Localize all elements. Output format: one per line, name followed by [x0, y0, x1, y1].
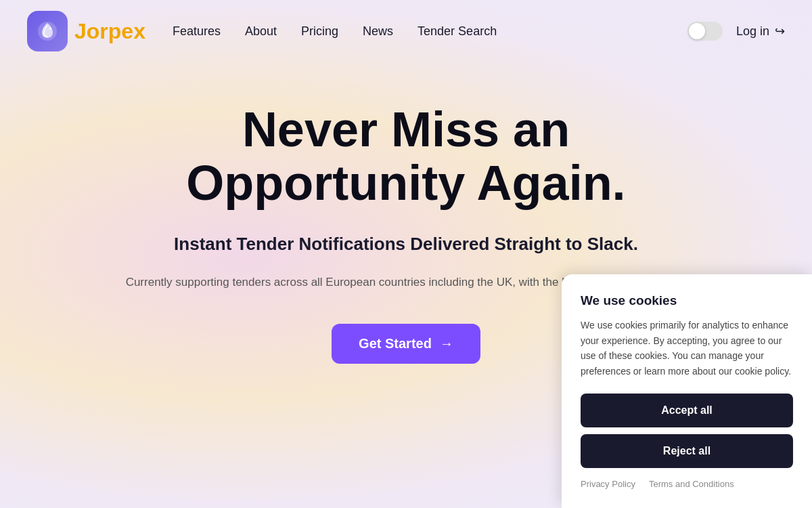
accept-all-button[interactable]: Accept all [581, 394, 793, 427]
logo-icon [27, 11, 68, 51]
navbar: Jorpex Features About Pricing News Tende… [0, 0, 812, 62]
login-label: Log in [736, 24, 769, 39]
reject-all-button[interactable]: Reject all [581, 434, 793, 468]
cookie-banner: We use cookies We use cookies primarily … [562, 274, 812, 508]
nav-links: Features About Pricing News Tender Searc… [173, 24, 687, 39]
privacy-policy-link[interactable]: Privacy Policy [581, 479, 635, 489]
brand-name: Jorpex [74, 19, 145, 44]
cookie-description: We use cookies primarily for analytics t… [581, 318, 793, 379]
get-started-button[interactable]: Get Started → [332, 324, 480, 364]
toggle-knob [689, 23, 705, 39]
nav-item-pricing[interactable]: Pricing [301, 24, 338, 39]
nav-item-tender-search[interactable]: Tender Search [418, 24, 497, 39]
nav-right: Log in ↪ [687, 22, 785, 41]
logo[interactable]: Jorpex [27, 11, 145, 51]
nav-item-news[interactable]: News [363, 24, 393, 39]
hero-title: Never Miss an Opportunity Again. [27, 103, 785, 210]
nav-item-about[interactable]: About [245, 24, 277, 39]
terms-link[interactable]: Terms and Conditions [649, 479, 734, 489]
cta-label: Get Started [359, 336, 432, 352]
hero-subtitle: Instant Tender Notifications Delivered S… [27, 232, 785, 256]
login-icon: ↪ [775, 24, 785, 39]
theme-toggle[interactable] [687, 22, 723, 41]
hero-title-line1: Never Miss an [242, 102, 570, 156]
cta-arrow: → [440, 336, 453, 352]
svg-point-1 [49, 27, 51, 30]
login-button[interactable]: Log in ↪ [736, 24, 785, 39]
hero-title-line2: Opportunity Again. [186, 156, 625, 210]
cookie-title: We use cookies [581, 293, 793, 308]
nav-item-features[interactable]: Features [173, 24, 221, 39]
cookie-links: Privacy Policy Terms and Conditions [581, 479, 793, 489]
